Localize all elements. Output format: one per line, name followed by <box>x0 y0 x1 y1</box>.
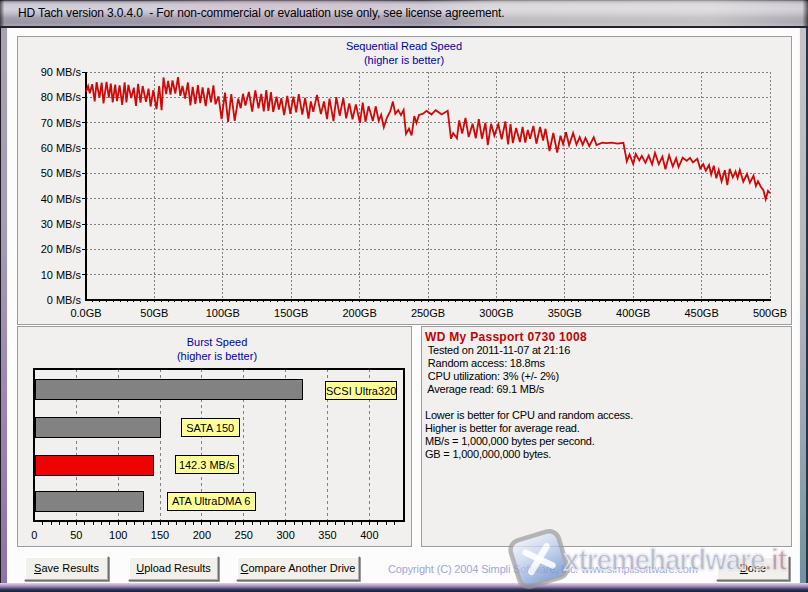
svg-text:40 MB/s: 40 MB/s <box>41 193 82 205</box>
svg-text:350GB: 350GB <box>548 307 582 319</box>
svg-text:80 MB/s: 80 MB/s <box>41 91 82 103</box>
svg-text:70 MB/s: 70 MB/s <box>41 117 82 129</box>
svg-text:100GB: 100GB <box>206 307 240 319</box>
svg-text:ATA UltraDMA 6: ATA UltraDMA 6 <box>172 495 250 507</box>
svg-text:SATA 150: SATA 150 <box>186 422 234 434</box>
svg-text:(higher is better): (higher is better) <box>364 54 444 66</box>
svg-text:SCSI Ultra320: SCSI Ultra320 <box>326 385 396 397</box>
svg-text:200GB: 200GB <box>342 307 376 319</box>
svg-text:100: 100 <box>109 529 127 541</box>
svg-text:50: 50 <box>70 529 82 541</box>
svg-text:60 MB/s: 60 MB/s <box>41 142 82 154</box>
svg-text:50GB: 50GB <box>140 307 168 319</box>
svg-text:450GB: 450GB <box>684 307 718 319</box>
svg-text:30 MB/s: 30 MB/s <box>41 218 82 230</box>
svg-text:Burst Speed: Burst Speed <box>187 336 248 348</box>
svg-text:20 MB/s: 20 MB/s <box>41 243 82 255</box>
svg-text:500GB: 500GB <box>753 307 787 319</box>
svg-text:400GB: 400GB <box>616 307 650 319</box>
svg-text:250: 250 <box>235 529 253 541</box>
svg-text:0: 0 <box>31 529 37 541</box>
svg-text:150: 150 <box>151 529 169 541</box>
svg-text:300: 300 <box>276 529 294 541</box>
svg-text:(higher is better): (higher is better) <box>177 350 257 362</box>
svg-text:50 MB/s: 50 MB/s <box>41 167 82 179</box>
svg-text:10 MB/s: 10 MB/s <box>41 269 82 281</box>
svg-text:90 MB/s: 90 MB/s <box>41 66 82 78</box>
svg-text:250GB: 250GB <box>411 307 445 319</box>
svg-text:300GB: 300GB <box>479 307 513 319</box>
svg-text:150GB: 150GB <box>274 307 308 319</box>
svg-text:0.0GB: 0.0GB <box>70 307 101 319</box>
svg-text:0 MB/s: 0 MB/s <box>47 294 82 306</box>
svg-text:350: 350 <box>318 529 336 541</box>
svg-text:400: 400 <box>360 529 378 541</box>
svg-text:142.3 MB/s: 142.3 MB/s <box>179 459 235 471</box>
svg-text:Sequential Read Speed: Sequential Read Speed <box>346 40 462 52</box>
svg-text:200: 200 <box>193 529 211 541</box>
